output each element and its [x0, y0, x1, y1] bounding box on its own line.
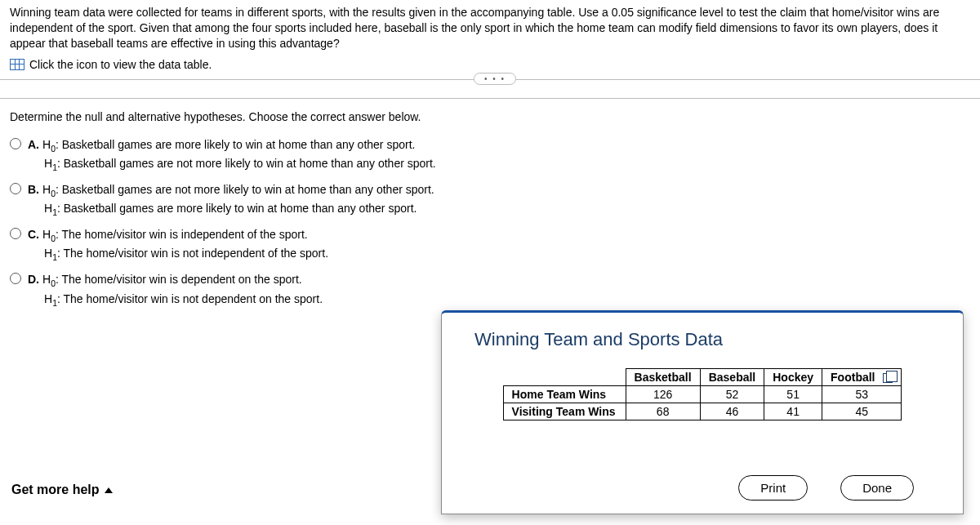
data-table-popup: Winning Team and Sports Data Basketball … — [441, 310, 964, 514]
view-data-link-text: Click the icon to view the data table. — [29, 58, 212, 71]
popup-title: Winning Team and Sports Data — [474, 329, 940, 350]
sports-data-table: Basketball Baseball Hockey Football Home… — [503, 368, 902, 420]
option-c-h1: The home/visitor win is not independent … — [64, 247, 329, 260]
radio-b[interactable] — [10, 183, 21, 194]
option-c[interactable]: C.H0: The home/visitor win is independen… — [10, 223, 970, 268]
option-b-h1: Basketball games are more likely to win … — [64, 202, 417, 215]
radio-c[interactable] — [10, 228, 21, 239]
col-football: Football — [822, 369, 902, 386]
col-baseball: Baseball — [700, 369, 764, 386]
option-d-h0: The home/visitor win is dependent on the… — [62, 273, 302, 286]
option-a-h1: Basketball games are not more likely to … — [64, 157, 436, 170]
option-b-h0: Basketball games are not more likely to … — [62, 183, 434, 196]
option-a-h0: Basketball games are more likely to win … — [62, 138, 416, 151]
question-intro: Winning team data were collected for tea… — [0, 0, 980, 55]
col-basketball: Basketball — [626, 369, 700, 386]
option-c-h0: The home/visitor win is independent of t… — [62, 228, 308, 241]
hypothesis-prompt: Determine the null and alternative hypot… — [0, 99, 980, 128]
done-button[interactable]: Done — [840, 475, 914, 501]
option-b[interactable]: B.H0: Basketball games are not more like… — [10, 178, 970, 223]
col-hockey: Hockey — [764, 369, 822, 386]
get-more-help-button[interactable]: Get more help — [11, 483, 113, 497]
option-d[interactable]: D.H0: The home/visitor win is dependent … — [10, 268, 970, 313]
options-group: A.H0: Basketball games are more likely t… — [0, 128, 980, 318]
table-row: Home Team Wins 126 52 51 53 — [503, 386, 902, 403]
radio-d[interactable] — [10, 273, 21, 284]
ellipsis-icon[interactable]: • • • — [474, 73, 516, 85]
get-more-help-label: Get more help — [11, 483, 100, 497]
section-divider: • • • — [0, 79, 980, 99]
option-a[interactable]: A.H0: Basketball games are more likely t… — [10, 133, 970, 178]
copy-icon[interactable] — [883, 373, 893, 383]
radio-a[interactable] — [10, 138, 21, 149]
table-row: Visiting Team Wins 68 46 41 45 — [503, 403, 902, 420]
table-icon — [10, 59, 24, 70]
option-d-h1: The home/visitor win is not dependent on… — [64, 292, 323, 305]
print-button[interactable]: Print — [738, 475, 808, 501]
chevron-up-icon — [105, 487, 113, 493]
